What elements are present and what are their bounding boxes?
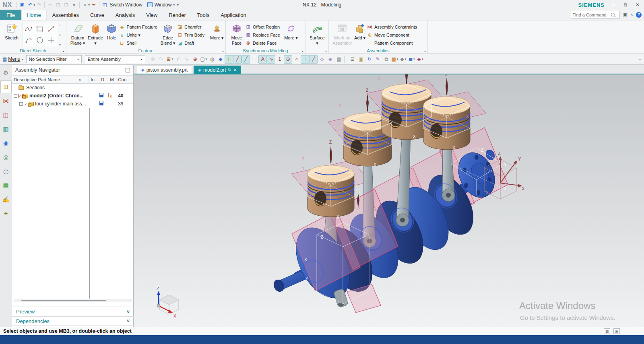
collapse-icon[interactable]: −	[14, 94, 17, 98]
studio-spline-icon[interactable]	[23, 23, 34, 35]
circle-tool-icon[interactable]	[34, 35, 45, 46]
feature-more-button[interactable]: More ▾	[210, 22, 224, 41]
brush-icon[interactable]: ✒	[90, 1, 98, 9]
snap-toolbar-icon[interactable]: ▦	[390, 55, 399, 64]
scrollbar-thumb[interactable]	[21, 300, 106, 301]
surface-button[interactable]: Surface ▾	[308, 22, 326, 45]
menu-tab[interactable]: Render	[163, 10, 192, 20]
chamfer-button[interactable]: ◪ Chamfer	[177, 23, 210, 31]
selection-target-icon[interactable]: ⌖	[70, 1, 78, 9]
undo-icon[interactable]: ↶	[26, 1, 34, 9]
edge-blend-button[interactable]: Edge Blend ▾	[159, 22, 177, 45]
minimize-button[interactable]: –	[610, 2, 617, 8]
snap-toolbar-icon[interactable]: ○	[292, 55, 301, 64]
menu-tab[interactable]: Analysis	[110, 10, 140, 20]
snap-toolbar-icon[interactable]: ↱	[174, 55, 182, 64]
snap-toolbar-icon[interactable]: +	[301, 55, 309, 64]
snap-toolbar-icon[interactable]: ◍	[208, 55, 216, 64]
snap-toolbar-icon[interactable]: ◈	[326, 55, 334, 64]
snap-toolbar-icon[interactable]: ⌒	[250, 55, 258, 64]
copy-icon[interactable]: ⊡	[54, 1, 62, 9]
tree-row-four-cylinder[interactable]: + ✓ four cylinder main ass... 39	[12, 100, 133, 108]
view-shape-icon[interactable]: ◗	[81, 1, 89, 9]
assembly-constraints-button[interactable]: ⋈ Assembly Constraints	[367, 23, 424, 31]
switch-window-icon[interactable]: ◫	[101, 1, 109, 9]
tab-close-icon[interactable]: ✕	[233, 68, 237, 72]
snap-toolbar-icon[interactable]: ∿	[267, 55, 275, 64]
snap-toolbar-icon[interactable]	[344, 56, 347, 63]
snap-toolbar-icon[interactable]: ⊡	[348, 55, 357, 64]
shell-button[interactable]: ⊔ Shell	[119, 39, 159, 47]
extrude-button[interactable]: Extrude ▾	[87, 22, 104, 45]
minimize-ribbon-icon[interactable]: ˄	[631, 13, 633, 17]
chevron-down-icon[interactable]: ˅	[127, 309, 130, 315]
sketch-button[interactable]: Sketch	[2, 22, 21, 41]
window-button[interactable]: Window	[155, 2, 172, 8]
menu-tab[interactable]: Assemblies	[47, 10, 85, 20]
group-caret-icon[interactable]: ▾	[325, 49, 327, 53]
work-on-assembly-button[interactable]: Work on Assembly	[331, 22, 353, 45]
tab-restore-icon[interactable]: ⧉	[228, 68, 231, 72]
snap-toolbar-icon[interactable]: ↷	[157, 55, 165, 64]
add-component-button[interactable]: Add ▾	[353, 22, 367, 41]
line-tool-icon[interactable]	[45, 23, 57, 35]
snap-toolbar-icon[interactable]: ✥	[149, 55, 157, 64]
snap-toolbar-icon[interactable]: ╱	[309, 55, 318, 64]
group-caret-icon[interactable]: ▾	[302, 49, 303, 53]
scroll-bottom-icon[interactable]: ▿	[59, 43, 61, 47]
move-component-button[interactable]: ⊕ Move Component	[367, 31, 424, 39]
delete-face-button[interactable]: ⊗ Delete Face	[245, 39, 284, 47]
snap-toolbar-icon[interactable]: ▣	[357, 55, 365, 64]
menu-tab[interactable]: Home	[21, 10, 47, 20]
snap-toolbar-icon[interactable]: ◈	[416, 55, 424, 64]
component-checkbox[interactable]: ✓	[18, 94, 23, 98]
status-window-icon[interactable]: ▣	[613, 328, 620, 334]
snap-toolbar-icon[interactable]: ↻	[365, 55, 374, 64]
snap-toolbar-icon[interactable]: ⊙	[284, 55, 292, 64]
arc-tool-icon[interactable]	[23, 35, 34, 46]
redo-icon[interactable]: ↷	[35, 1, 43, 9]
selection-filter-dropdown[interactable]: No Selection Filter ▼	[26, 55, 82, 63]
offset-region-button[interactable]: ⊞ Offset Region	[245, 23, 284, 31]
toolbar-overflow-icon[interactable]: ▾–	[175, 1, 183, 9]
snap-toolbar-icon[interactable]: ↥	[275, 55, 284, 64]
snap-toolbar-icon[interactable]: ✛	[225, 55, 233, 64]
trim-body-button[interactable]: ⊟ Trim Body	[177, 31, 210, 39]
group-caret-icon[interactable]: ▾	[63, 49, 64, 53]
pattern-feature-button[interactable]: ◈ Pattern Feature	[119, 23, 159, 31]
menu-tab[interactable]: Curve	[85, 10, 110, 20]
group-caret-icon[interactable]: ▾	[222, 49, 224, 53]
panel-pin-icon[interactable]	[126, 68, 130, 72]
tab-piston-assembly[interactable]: ◈ piston assembly.prt	[137, 66, 192, 74]
snap-toolbar-icon[interactable]: ╱	[233, 55, 242, 64]
snap-toolbar-icon[interactable]: ◼	[407, 55, 416, 64]
expand-icon[interactable]: +	[19, 102, 23, 106]
close-button[interactable]: ✕	[634, 2, 641, 8]
switch-window-button[interactable]: Switch Window	[109, 2, 142, 8]
move-face-button[interactable]: Move Face	[228, 22, 245, 45]
menu-tab[interactable]: View	[140, 10, 163, 20]
snap-toolbar-icon[interactable]: ⊕	[191, 55, 199, 64]
chevron-down-icon[interactable]: ˅	[127, 318, 130, 324]
preview-section[interactable]: Preview ˅	[12, 307, 134, 316]
scroll-up-icon[interactable]: ▵	[59, 23, 61, 27]
rectangle-tool-icon[interactable]	[34, 23, 45, 35]
ribbon-options-icon[interactable]: ▣	[623, 12, 627, 17]
toolbar-overflow-caret-icon[interactable]: ▾	[639, 58, 641, 61]
scroll-down-icon[interactable]: ▾	[59, 33, 61, 37]
point-tool-icon[interactable]	[45, 35, 57, 46]
menu-tab[interactable]: Application	[215, 10, 252, 20]
tab-model2[interactable]: ◈ model2.prt ⧉ ✕	[194, 66, 241, 74]
dependencies-section[interactable]: Dependencies ˅	[12, 316, 134, 326]
3d-scene[interactable]: Activate Windows Go to Settings to activ…	[134, 74, 644, 327]
menu-tab[interactable]: Tools	[192, 10, 215, 20]
snap-toolbar-icon[interactable]: A	[258, 55, 267, 64]
sort-ascending-icon[interactable]: ▲	[78, 78, 81, 81]
tree-column-header[interactable]: Descriptive Part Name ▲ In... R. M Cou..…	[12, 75, 133, 84]
snap-toolbar-icon[interactable]: ▤	[334, 55, 343, 64]
window-icon[interactable]	[147, 2, 153, 7]
snap-toolbar-icon[interactable]: ⊞	[165, 55, 174, 64]
draft-button[interactable]: ◢ Draft	[177, 39, 210, 47]
pattern-component-button[interactable]: ∴ Pattern Component	[367, 39, 424, 47]
snap-toolbar-icon[interactable]: ╱	[242, 55, 250, 64]
